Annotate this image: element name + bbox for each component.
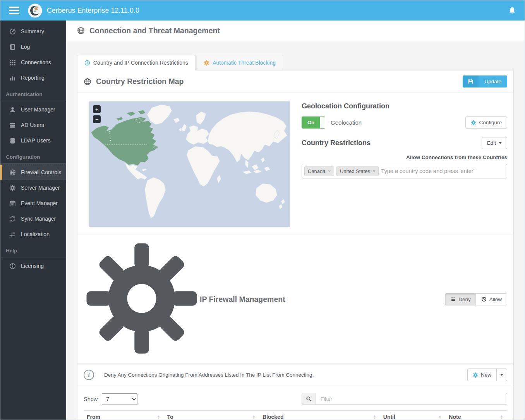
column-header-to[interactable]: To	[164, 411, 259, 420]
map-section-title: Country Restriction Map	[96, 77, 463, 86]
table-controls: Show 7	[77, 386, 513, 410]
globe-icon	[77, 27, 85, 34]
sidebar-item-reporting[interactable]: Reporting	[0, 70, 66, 86]
database-icon	[9, 137, 16, 144]
menu-icon[interactable]	[9, 7, 19, 14]
sidebar-item-ldap-users[interactable]: LDAP Users	[0, 133, 66, 148]
tab-automatic-threat-blocking[interactable]: Automatic Threat Blocking	[196, 55, 283, 70]
gear-icon	[9, 185, 16, 191]
country-tag-input[interactable]: Canada×United States×	[302, 164, 507, 178]
page-title: Connection and Threat Management	[89, 26, 220, 35]
country-tag-label: United States	[340, 168, 370, 174]
search-icon-box	[302, 393, 316, 405]
edit-button-label: Edit	[487, 140, 496, 146]
geolocation-label: Geolocation	[331, 119, 465, 126]
globe-icon	[84, 78, 91, 86]
notifications-bell-icon[interactable]	[508, 7, 516, 14]
sort-icon	[438, 415, 443, 420]
sidebar-item-server-manager[interactable]: Server Manager	[0, 180, 66, 195]
map-zoom-out-button[interactable]: −	[93, 115, 101, 123]
country-tag-label: Canada	[308, 168, 326, 174]
update-button[interactable]: Update	[463, 75, 507, 87]
column-header-from[interactable]: From	[84, 411, 164, 420]
app-title: Cerberus Enterprise 12.11.0.0	[47, 7, 139, 15]
remove-tag-icon[interactable]: ×	[373, 169, 375, 173]
sidebar-item-firewall-controls[interactable]: Firewall Controls	[0, 165, 66, 180]
sidebar-item-event-manager[interactable]: Event Manager	[0, 195, 66, 211]
toggle-on-label: On	[302, 117, 320, 128]
filter-search	[302, 393, 507, 405]
info-icon	[9, 263, 16, 269]
sidebar-section-authentication: Authentication	[0, 86, 66, 101]
sort-icon	[251, 415, 256, 420]
sidebar-item-localization[interactable]: Localization	[0, 226, 66, 242]
new-entry-dropdown-button[interactable]	[496, 369, 507, 381]
configure-button-label: Configure	[479, 120, 502, 125]
globe-icon	[9, 169, 16, 176]
sidebar-item-label: Connections	[21, 59, 51, 65]
firewall-section-header: IP Firewall Management Deny Allow	[77, 235, 513, 364]
search-icon	[306, 396, 312, 402]
map-section-header: Country Restriction Map Update	[77, 70, 513, 93]
sidebar-section-configuration: Configuration	[0, 148, 66, 164]
sidebar-item-log[interactable]: Log	[0, 39, 66, 55]
sidebar-item-summary[interactable]: Summary	[0, 24, 66, 39]
country-tag-canada: Canada×	[304, 166, 334, 176]
map-zoom-in-button[interactable]: +	[93, 105, 101, 113]
geolocation-toggle[interactable]: On	[302, 117, 325, 129]
country-restriction-map[interactable]: + −	[89, 101, 290, 227]
country-code-input[interactable]	[381, 168, 504, 174]
allow-button[interactable]: Allow	[476, 293, 507, 305]
sidebar-item-label: Localization	[21, 231, 50, 237]
sidebar-item-label: Sync Manager	[21, 216, 56, 222]
firewall-info-text: Deny Any Connections Originating From Ad…	[104, 372, 467, 378]
new-button-label: New	[481, 372, 491, 378]
sort-icon	[499, 415, 504, 420]
update-button-label: Update	[479, 75, 507, 87]
column-header-blocked[interactable]: Blocked	[259, 411, 380, 420]
ban-icon	[481, 297, 487, 302]
column-label: Until	[383, 414, 438, 420]
calendar-icon	[9, 200, 16, 207]
sort-icon	[156, 415, 161, 420]
list-icon	[450, 297, 456, 302]
remove-tag-icon[interactable]: ×	[328, 169, 331, 173]
configure-button[interactable]: Configure	[465, 117, 507, 129]
sidebar-item-sync-manager[interactable]: Sync Manager	[0, 211, 66, 226]
column-header-until[interactable]: Until	[380, 411, 446, 420]
geolocation-config-title: Geolocation Configuration	[302, 102, 507, 110]
sidebar-item-licensing[interactable]: Licensing	[0, 258, 66, 274]
log-icon	[9, 44, 16, 50]
gear-icon	[204, 60, 209, 66]
server-icon	[9, 122, 16, 129]
allow-countries-label: Allow Connections from these Countries	[302, 154, 507, 160]
deny-button[interactable]: Deny	[445, 293, 476, 305]
show-entries-select[interactable]: 7	[102, 393, 137, 405]
sidebar-item-label: Summary	[21, 28, 44, 34]
tab-country-ip-restrictions[interactable]: Country and IP Connection Restrictions	[77, 55, 196, 70]
bar-chart-icon	[9, 75, 16, 81]
caret-down-icon	[499, 142, 502, 144]
sidebar-item-label: LDAP Users	[21, 137, 51, 144]
sidebar-item-label: Firewall Controls	[21, 169, 61, 175]
tab-bar: Country and IP Connection Restrictions A…	[77, 55, 514, 70]
gear-icon	[84, 240, 200, 358]
sidebar-item-user-manager[interactable]: User Manager	[0, 102, 66, 117]
sidebar-item-ad-users[interactable]: AD Users	[0, 117, 66, 133]
sidebar-item-connections[interactable]: Connections	[0, 55, 66, 70]
cerberus-logo	[28, 3, 42, 18]
gear-icon	[471, 120, 476, 125]
sidebar-item-label: Licensing	[21, 263, 44, 269]
exchange-icon	[9, 231, 16, 238]
column-label: From	[87, 414, 156, 420]
filter-input[interactable]	[316, 393, 507, 405]
column-header-note[interactable]: Note	[446, 411, 507, 420]
sidebar-section-help: Help	[0, 242, 66, 257]
new-entry-button[interactable]: New	[467, 369, 497, 381]
app-window: Cerberus Enterprise 12.11.0.0 SummaryLog…	[0, 0, 525, 420]
clock-icon	[84, 60, 90, 66]
ip-firewall-table: FromToBlockedUntilNote 2.16.103.02.16.10…	[84, 410, 507, 420]
caret-down-icon	[500, 374, 503, 376]
edit-dropdown-button[interactable]: Edit	[482, 137, 507, 149]
column-label: Blocked	[262, 414, 372, 420]
